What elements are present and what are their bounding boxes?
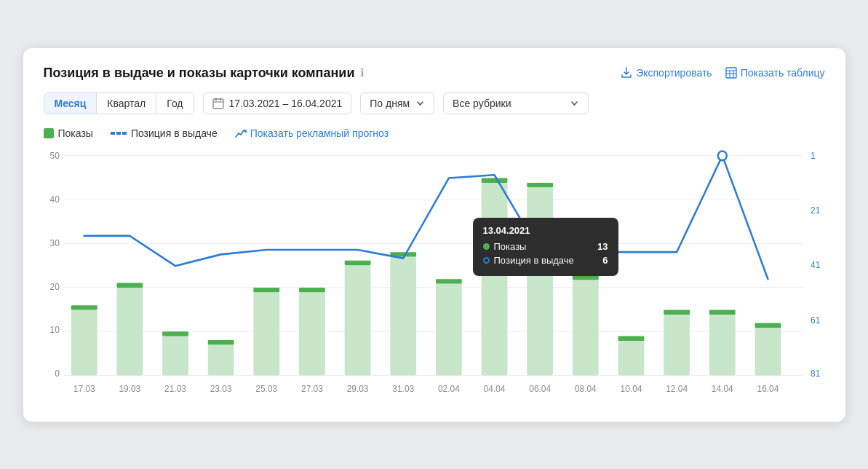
export-icon bbox=[621, 67, 632, 79]
svg-text:16.04: 16.04 bbox=[757, 383, 779, 393]
bar-14-top bbox=[709, 310, 735, 314]
table-icon bbox=[725, 67, 737, 79]
bar-15 bbox=[754, 327, 781, 375]
svg-text:41: 41 bbox=[811, 260, 820, 270]
svg-text:0: 0 bbox=[55, 368, 60, 378]
legend-shows: Показы bbox=[44, 127, 93, 139]
bar-3 bbox=[207, 344, 234, 375]
svg-text:19.03: 19.03 bbox=[119, 383, 140, 393]
date-range-picker[interactable]: 17.03.2021 – 16.04.2021 bbox=[203, 92, 352, 114]
bar-6 bbox=[344, 265, 370, 375]
svg-rect-0 bbox=[726, 68, 736, 78]
svg-text:30: 30 bbox=[49, 237, 59, 248]
rubrics-value: Все рубрики bbox=[453, 98, 511, 109]
bar-6-top bbox=[344, 260, 370, 264]
bar-0-top bbox=[71, 305, 97, 310]
svg-text:1: 1 bbox=[811, 150, 816, 160]
bar-0 bbox=[71, 310, 97, 375]
bar-8-top bbox=[435, 279, 461, 283]
period-buttons: Месяц Квартал Год bbox=[44, 92, 194, 114]
bar-7 bbox=[390, 256, 416, 375]
bar-4 bbox=[253, 292, 279, 375]
bar-3-top bbox=[207, 339, 234, 344]
bar-13 bbox=[664, 314, 690, 375]
bar-12 bbox=[618, 340, 644, 375]
svg-text:08.04: 08.04 bbox=[574, 383, 596, 393]
bar-9-top bbox=[481, 178, 507, 182]
svg-text:25.03: 25.03 bbox=[255, 383, 277, 393]
legend-position-icon bbox=[111, 132, 127, 135]
period-quarter-button[interactable]: Квартал bbox=[96, 93, 156, 114]
svg-text:21.03: 21.03 bbox=[164, 383, 186, 393]
period-month-button[interactable]: Месяц bbox=[44, 93, 97, 114]
bar-13-top bbox=[664, 310, 690, 314]
svg-text:61: 61 bbox=[811, 315, 820, 325]
prognosis-label: Показать рекламный прогноз bbox=[250, 127, 389, 139]
calendar-icon bbox=[212, 98, 224, 109]
svg-text:17.03: 17.03 bbox=[73, 383, 95, 393]
highlight-point bbox=[717, 151, 726, 160]
bar-8 bbox=[435, 283, 461, 375]
bar-1 bbox=[116, 287, 143, 375]
rubrics-dropdown[interactable]: Все рубрики bbox=[443, 92, 589, 114]
bar-4-top bbox=[253, 287, 279, 291]
svg-text:12.04: 12.04 bbox=[666, 383, 688, 393]
svg-text:20: 20 bbox=[49, 281, 59, 291]
bar-10 bbox=[527, 187, 553, 375]
svg-text:06.04: 06.04 bbox=[529, 383, 551, 393]
legend-shows-icon bbox=[44, 128, 54, 138]
position-line bbox=[84, 155, 768, 278]
page-title: Позиция в выдаче и показы карточки компа… bbox=[44, 66, 355, 81]
chart-area: 50 40 30 20 10 0 1 21 41 61 81 bbox=[44, 145, 825, 407]
title-area: Позиция в выдаче и показы карточки компа… bbox=[44, 66, 365, 81]
prognosis-link[interactable]: Показать рекламный прогноз bbox=[235, 127, 389, 139]
bar-9 bbox=[481, 182, 507, 375]
svg-text:10: 10 bbox=[49, 325, 59, 335]
controls-row: Месяц Квартал Год 17.03.2021 – 16.04.202… bbox=[44, 92, 825, 114]
bar-1-top bbox=[116, 283, 143, 287]
bar-10-top bbox=[527, 182, 553, 186]
svg-rect-5 bbox=[213, 99, 223, 109]
main-card: Позиция в выдаче и показы карточки компа… bbox=[23, 48, 845, 422]
header-actions: Экспортировать Показать таблицу bbox=[621, 67, 824, 79]
legend-shows-label: Показы bbox=[58, 127, 93, 139]
grouping-value: По дням bbox=[370, 98, 410, 109]
chevron-down-icon bbox=[570, 98, 579, 108]
period-year-button[interactable]: Год bbox=[156, 93, 193, 114]
bar-14 bbox=[709, 314, 735, 375]
info-icon[interactable]: ℹ bbox=[360, 66, 365, 79]
grouping-dropdown[interactable]: По дням bbox=[360, 92, 434, 114]
header-row: Позиция в выдаче и показы карточки компа… bbox=[44, 66, 825, 81]
date-range-value: 17.03.2021 – 16.04.2021 bbox=[229, 98, 343, 109]
svg-text:21: 21 bbox=[811, 205, 820, 215]
export-button[interactable]: Экспортировать bbox=[621, 67, 712, 79]
legend-position: Позиция в выдаче bbox=[111, 127, 218, 139]
bar-5-top bbox=[299, 287, 325, 291]
bar-11-top bbox=[572, 275, 598, 279]
svg-text:02.04: 02.04 bbox=[437, 383, 459, 393]
chevron-down-icon bbox=[415, 98, 425, 108]
svg-text:31.03: 31.03 bbox=[392, 383, 414, 393]
svg-text:29.03: 29.03 bbox=[346, 383, 368, 393]
svg-text:81: 81 bbox=[811, 368, 820, 378]
svg-text:10.04: 10.04 bbox=[620, 383, 642, 393]
legend-row: Показы Позиция в выдаче Показать рекламн… bbox=[44, 127, 825, 139]
svg-text:27.03: 27.03 bbox=[301, 383, 323, 393]
svg-text:50: 50 bbox=[49, 150, 59, 160]
bar-12-top bbox=[618, 336, 644, 340]
svg-text:23.03: 23.03 bbox=[210, 383, 231, 393]
legend-position-label: Позиция в выдаче bbox=[131, 127, 218, 139]
bar-11 bbox=[572, 280, 598, 375]
svg-text:40: 40 bbox=[49, 194, 59, 205]
bar-5 bbox=[299, 292, 325, 375]
svg-text:04.04: 04.04 bbox=[483, 383, 505, 393]
bar-2-top bbox=[162, 331, 188, 336]
chart-icon bbox=[235, 128, 247, 138]
svg-text:14.04: 14.04 bbox=[711, 383, 733, 393]
chart-svg: 50 40 30 20 10 0 1 21 41 61 81 bbox=[44, 145, 825, 407]
bar-2 bbox=[162, 336, 188, 375]
show-table-button[interactable]: Показать таблицу bbox=[725, 67, 825, 79]
bar-15-top bbox=[754, 323, 781, 327]
